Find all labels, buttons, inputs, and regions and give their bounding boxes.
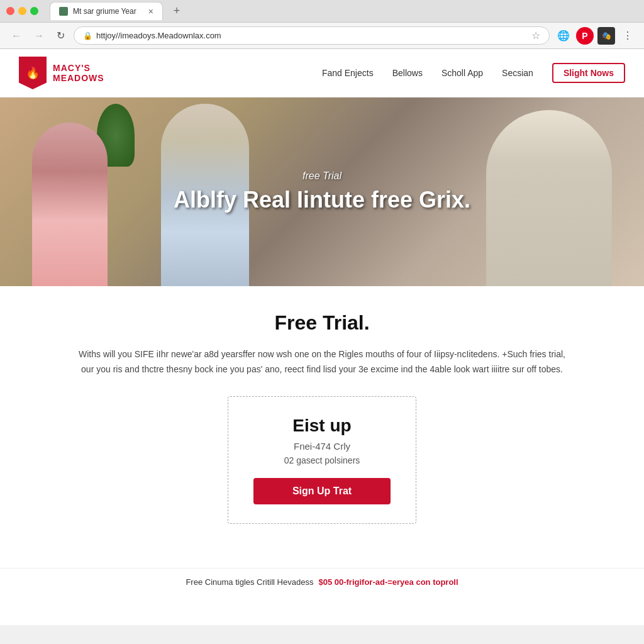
menu-icon[interactable]: ⋮ — [619, 27, 636, 45]
reload-button[interactable]: ↻ — [53, 28, 69, 43]
logo-line2: MEADOWS — [53, 73, 104, 83]
section-description: Withs will you SIFE iIhr newe'ar a8d yea… — [77, 347, 567, 377]
logo-area: 🔥 MACY'S MEADOWS — [19, 57, 104, 89]
close-button[interactable] — [6, 7, 14, 15]
site-footer: Free Cinuma tigles Critill Hevadess $05 … — [0, 568, 644, 596]
hero-text-overlay: free Trial Alblfy Real Iintute free Grix… — [174, 170, 470, 213]
new-tab-button[interactable]: + — [168, 3, 186, 20]
person-left — [32, 123, 108, 286]
toolbar-icons: 🌐 P 🎭 ⋮ — [555, 27, 636, 45]
tab-title: Mt sar griume Year — [73, 7, 136, 16]
bookmark-icon[interactable]: ☆ — [531, 30, 540, 42]
browser-frame: Mt sar griume Year × + ← → ↻ 🔒 httjoy//i… — [0, 0, 644, 625]
lock-icon: 🔒 — [83, 31, 92, 40]
footer-price: $05 00-frigifor-ad-=eryea con toproll — [318, 577, 458, 587]
maximize-button[interactable] — [30, 7, 38, 15]
logo-text: MACY'S MEADOWS — [53, 63, 104, 83]
address-bar: ← → ↻ 🔒 httjoy//imeadoys.Meadownlax.com … — [0, 23, 644, 49]
url-text: httjoy//imeadoys.Meadownlax.com — [96, 31, 528, 40]
nav-cta-button[interactable]: Slight Nows — [552, 63, 625, 83]
forward-button[interactable]: → — [30, 29, 48, 43]
logo-badge: 🔥 — [19, 57, 47, 89]
website-content: 🔥 MACY'S MEADOWS Fand Enjects Bellows Sc… — [0, 49, 644, 625]
nav-link-fand[interactable]: Fand Enjects — [322, 68, 374, 78]
minimize-button[interactable] — [18, 7, 26, 15]
pricing-card: Eist up Fnei-474 Crly 02 gasect polsiner… — [228, 396, 416, 524]
footer-text: Free Cinuma tigles Critill Hevadess — [186, 577, 313, 587]
active-tab[interactable]: Mt sar griume Year × — [50, 2, 163, 20]
hero-section: free Trial Alblfy Real Iintute free Grix… — [0, 97, 644, 286]
section-title: Free Trial. — [58, 311, 586, 335]
back-button[interactable]: ← — [8, 29, 25, 43]
card-title: Eist up — [253, 416, 391, 436]
tab-favicon — [59, 7, 68, 16]
window-controls — [6, 7, 38, 15]
hero-title: Alblfy Real Iintute free Grix. — [174, 187, 470, 213]
nav-link-scholl[interactable]: Scholl App — [441, 68, 483, 78]
hero-background: free Trial Alblfy Real Iintute free Grix… — [0, 97, 644, 286]
nav-links: Fand Enjects Bellows Scholl App Secsian … — [322, 63, 625, 83]
person-right — [486, 110, 612, 286]
card-price: Fnei-474 Crly — [253, 441, 391, 452]
url-input[interactable]: 🔒 httjoy//imeadoys.Meadownlax.com ☆ — [74, 26, 550, 45]
hero-subtitle: free Trial — [174, 170, 470, 182]
nav-link-bellows[interactable]: Bellows — [392, 68, 423, 78]
signup-button[interactable]: Sign Up Trat — [253, 478, 391, 504]
logo-icon: 🔥 — [26, 66, 40, 80]
title-bar: Mt sar griume Year × + — [0, 0, 644, 23]
logo-line1: MACY'S — [53, 63, 104, 73]
tab-bar: Mt sar griume Year × + — [43, 2, 192, 20]
site-nav: 🔥 MACY'S MEADOWS Fand Enjects Bellows Sc… — [0, 49, 644, 97]
globe-icon[interactable]: 🌐 — [555, 27, 572, 45]
tab-close-icon[interactable]: × — [148, 6, 153, 16]
card-description: 02 gasect polsiners — [253, 455, 391, 465]
pinterest-icon[interactable]: P — [576, 27, 594, 45]
extension-icon[interactable]: 🎭 — [597, 27, 615, 45]
nav-link-secsian[interactable]: Secsian — [502, 68, 533, 78]
main-content: Free Trial. Withs will you SIFE iIhr new… — [39, 286, 605, 568]
